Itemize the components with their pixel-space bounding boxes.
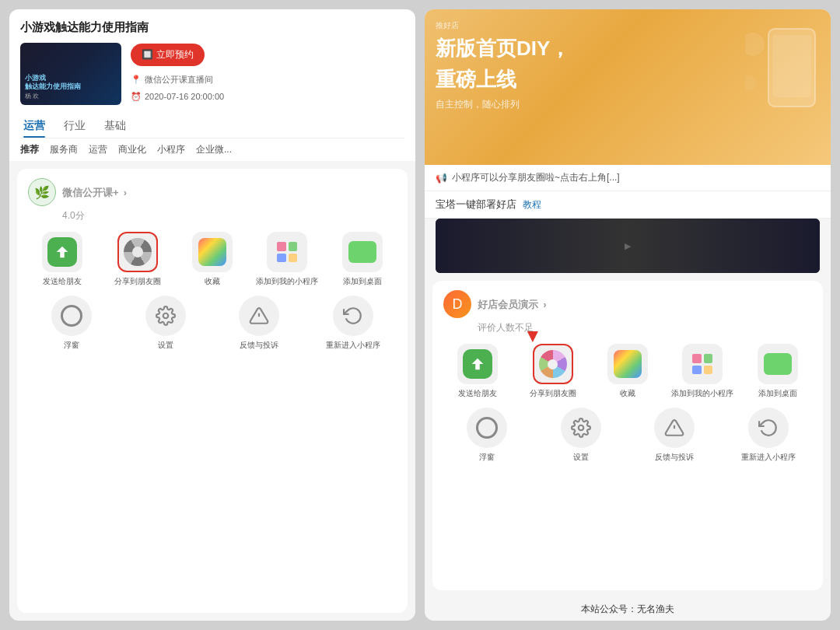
right-send-label: 发送给朋友	[458, 388, 497, 398]
right-action-reenter[interactable]: 重新进入小程序	[725, 408, 813, 462]
send-icon	[47, 237, 77, 267]
baota-bar: 宝塔一键部署好店 教程	[425, 191, 831, 219]
action-float[interactable]: 浮窗	[28, 296, 116, 350]
sub-tab-miniprogram[interactable]: 小程序	[157, 143, 185, 156]
video-preview: ▶	[436, 219, 820, 273]
grid-dot-2	[289, 242, 298, 251]
left-mp-card: 🌿 微信公开课+ › 4.0分 发送给朋友	[17, 169, 408, 613]
sub-tab-operation[interactable]: 运营	[89, 143, 107, 156]
right-action-settings[interactable]: 设置	[537, 408, 625, 462]
right-fav-label: 收藏	[620, 388, 635, 398]
desktop-icon-wrap	[342, 232, 383, 272]
right-float-icon	[467, 408, 507, 448]
warning-svg	[249, 306, 269, 326]
right-desktop-icon-wrap	[758, 344, 798, 384]
send-label: 发送给朋友	[43, 276, 82, 286]
course-meta: 📍 微信公开课直播间 ⏰ 2020-07-16 20:00:00	[131, 72, 404, 105]
right-feedback-icon	[654, 408, 695, 448]
thumb-text-line1: 小游戏	[25, 74, 117, 83]
main-container: 小游戏触达能力使用指南 小游戏 触达能力使用指南 杨 欢 🔲 立即预约 📍	[0, 0, 840, 630]
svg-point-7	[579, 425, 584, 431]
sub-tab-enterprise[interactable]: 企业微...	[196, 143, 232, 156]
right-arrow-up-svg	[469, 355, 486, 373]
mp-score: 4.0分	[62, 209, 397, 222]
float-icon	[51, 296, 92, 336]
right-bottom-actions: 浮窗 设置	[443, 408, 812, 462]
tab-basic[interactable]: 基础	[104, 114, 126, 138]
tab-operation[interactable]: 运营	[23, 114, 45, 138]
actions-grid: 发送给朋友 分享到朋友圈 收藏	[28, 232, 397, 286]
shutter-center	[132, 247, 143, 257]
right-share-icon-wrap	[533, 344, 573, 384]
feedback-label: 反馈与投诉	[240, 340, 278, 350]
action-desktop[interactable]: 添加到桌面	[328, 232, 397, 286]
action-add-mp[interactable]: 添加到我的小程序	[253, 232, 321, 286]
right-feedback-label: 反馈与投诉	[655, 452, 694, 462]
action-reenter[interactable]: 重新进入小程序	[310, 296, 397, 350]
reserve-icon: 🔲	[142, 49, 153, 60]
refresh-svg	[343, 306, 363, 326]
right-shutter-center	[548, 359, 558, 369]
right-action-desktop[interactable]: 添加到桌面	[744, 344, 812, 398]
baota-link[interactable]: 教程	[523, 198, 541, 212]
right-share-label: 分享到朋友圈	[530, 388, 576, 398]
right-desktop-label: 添加到桌面	[758, 388, 797, 398]
right-warning-svg	[664, 418, 684, 438]
sub-tab-recommend[interactable]: 推荐	[20, 143, 39, 156]
right-send-icon	[463, 349, 492, 379]
action-send[interactable]: 发送给朋友	[28, 232, 96, 286]
action-fav[interactable]: 收藏	[178, 232, 247, 286]
right-action-add-mp[interactable]: 添加到我的小程序	[668, 344, 737, 398]
notice-icon: 📢	[436, 173, 447, 184]
course-thumbnail: 小游戏 触达能力使用指南 杨 欢	[20, 43, 121, 105]
sub-tab-commercial[interactable]: 商业化	[118, 143, 146, 156]
tab-industry[interactable]: 行业	[64, 114, 86, 138]
video-placeholder: ▶	[436, 219, 820, 273]
right-mp-icon: D	[443, 290, 471, 318]
notice-bar: 📢 小程序可以分享朋友圈啦~点击右上角[...]	[425, 165, 831, 191]
right-phone-card: 推好店 新版首页DIY， 重磅上线 自主控制，随心排列 📢 小程序可以分享朋友圈…	[425, 9, 831, 621]
right-mp-card: D 好店会员演示 › 评价人数不足 ▲ 发送给朋友	[432, 281, 823, 590]
share-label: 分享到朋友圈	[114, 276, 161, 286]
right-action-feedback[interactable]: 反馈与投诉	[631, 408, 719, 462]
venue-icon: 📍	[131, 72, 142, 88]
arrow-up-svg	[54, 243, 71, 261]
reserve-button[interactable]: 🔲 立即预约	[131, 44, 205, 66]
action-share[interactable]: 分享到朋友圈	[103, 232, 171, 286]
page-title: 小游戏触达能力使用指南	[20, 20, 404, 35]
sub-tabs-row: 推荐 服务商 运营 商业化 小程序 企业微...	[20, 138, 404, 161]
circle-svg	[61, 305, 82, 327]
settings-icon	[145, 296, 186, 336]
right-settings-icon	[561, 408, 601, 448]
right-add-mp-icon-wrap	[682, 344, 723, 384]
phone-deco	[745, 21, 823, 125]
action-settings[interactable]: 设置	[122, 296, 210, 350]
phone-svg	[745, 21, 823, 122]
right-action-send[interactable]: 发送给朋友	[443, 344, 512, 398]
thumb-person: 杨 欢	[25, 92, 117, 100]
action-feedback[interactable]: 反馈与投诉	[215, 296, 303, 350]
fav-label: 收藏	[205, 276, 220, 286]
svg-point-0	[163, 313, 169, 319]
right-gear-svg	[571, 418, 591, 438]
reenter-icon	[333, 296, 373, 336]
right-action-float[interactable]: 浮窗	[443, 408, 531, 462]
add-mp-label: 添加到我的小程序	[256, 276, 318, 286]
watermark: 本站公众号：无名渔夫	[425, 598, 831, 621]
right-float-label: 浮窗	[479, 452, 495, 462]
svg-rect-4	[772, 35, 811, 97]
bottom-actions: 浮窗 设置	[28, 296, 397, 350]
right-top-section: 推好店 新版首页DIY， 重磅上线 自主控制，随心排列	[425, 9, 831, 165]
baota-text: 宝塔一键部署好店	[436, 198, 516, 212]
mp-header: 🌿 微信公开课+ ›	[28, 178, 397, 206]
share-icon-wrap	[117, 232, 158, 272]
sub-tab-service[interactable]: 服务商	[50, 143, 78, 156]
grid-icon	[273, 238, 301, 266]
send-icon-wrap	[42, 232, 82, 272]
course-info: 🔲 立即预约 📍 微信公开课直播间 ⏰ 2020-07-16 20:00:00	[131, 44, 404, 105]
right-action-share[interactable]: 分享到朋友圈	[518, 344, 586, 398]
left-phone-card: 小游戏触达能力使用指南 小游戏 触达能力使用指南 杨 欢 🔲 立即预约 📍	[9, 9, 415, 621]
right-action-fav[interactable]: 收藏	[593, 344, 662, 398]
right-desktop-icon	[764, 353, 792, 375]
grid-dot-1	[277, 242, 286, 251]
